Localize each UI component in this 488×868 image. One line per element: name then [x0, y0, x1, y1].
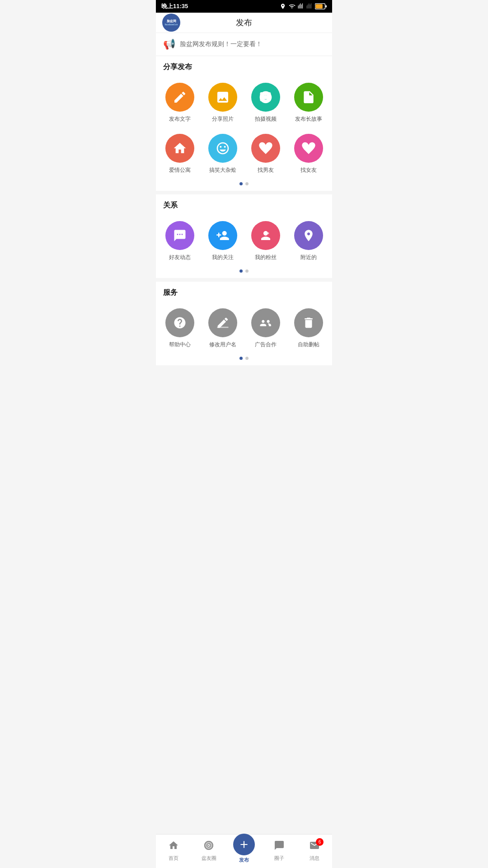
- app-logo[interactable]: 脸盆网 facebowl.cn: [162, 14, 180, 32]
- item-post-story[interactable]: 发布长故事: [288, 79, 328, 127]
- item-help[interactable]: 帮助中心: [160, 305, 200, 353]
- battery-icon: [315, 3, 327, 9]
- announcement-bar[interactable]: 📢 脸盆网发布规则！一定要看！: [156, 33, 332, 56]
- item-share-photo[interactable]: 分享照片: [202, 79, 243, 127]
- svc-dot-2: [245, 357, 249, 360]
- item-post-text[interactable]: 发布文字: [160, 79, 200, 127]
- nav-bar: 脸盆网 facebowl.cn 发布: [156, 13, 332, 33]
- relation-grid: 好友动态 我的关注 我的粉丝 附近的: [156, 214, 332, 268]
- find-gf-icon-circle: [294, 134, 323, 163]
- svc-dot-1: [239, 357, 243, 360]
- nearby-label: 附近的: [300, 254, 317, 261]
- item-funny[interactable]: 搞笑大杂烩: [202, 130, 243, 179]
- share-grid: 发布文字 分享照片 拍摄视频 发布长故事: [156, 75, 332, 180]
- delete-post-label: 自助删帖: [298, 341, 319, 349]
- item-my-follow[interactable]: 我的关注: [202, 217, 243, 266]
- service-dots: [156, 355, 332, 365]
- svg-point-4: [310, 144, 313, 147]
- relation-dots: [156, 268, 332, 278]
- nearby-icon-circle: [294, 221, 323, 250]
- love-apt-label: 爱情公寓: [169, 166, 191, 174]
- section-relation: 关系 好友动态 我的关注 我的粉丝: [156, 194, 332, 278]
- service-grid: 帮助中心 修改用户名 广告合作 自助删帖: [156, 301, 332, 355]
- shoot-video-icon-circle: [251, 83, 280, 112]
- section-relation-title: 关系: [156, 194, 332, 214]
- status-bar: 晚上11:35: [156, 0, 332, 13]
- megaphone-icon: 📢: [163, 38, 175, 50]
- share-photo-label: 分享照片: [212, 115, 234, 123]
- item-friend-feed[interactable]: 好友动态: [160, 217, 200, 266]
- item-delete-post[interactable]: 自助删帖: [288, 305, 328, 353]
- my-follow-icon-circle: [208, 221, 237, 250]
- help-icon-circle: [165, 308, 194, 337]
- status-icons: [280, 3, 327, 9]
- wifi-icon: [288, 3, 296, 9]
- dot-1: [239, 182, 243, 185]
- section-service: 服务 帮助中心 修改用户名 广告合作: [156, 282, 332, 365]
- share-photo-icon-circle: [208, 83, 237, 112]
- svg-rect-2: [325, 5, 327, 7]
- item-change-username[interactable]: 修改用户名: [202, 305, 243, 353]
- find-bf-icon-circle: [251, 134, 280, 163]
- funny-label: 搞笑大杂烩: [209, 166, 236, 174]
- post-story-label: 发布长故事: [295, 115, 322, 123]
- alarm-icon: [280, 3, 286, 9]
- delete-post-icon-circle: [294, 308, 323, 337]
- item-love-apt[interactable]: 爱情公寓: [160, 130, 200, 179]
- change-username-label: 修改用户名: [209, 341, 236, 349]
- item-shoot-video[interactable]: 拍摄视频: [245, 79, 286, 127]
- my-fans-label: 我的粉丝: [255, 254, 277, 261]
- find-bf-label: 找男友: [258, 166, 274, 174]
- section-share: 分享发布 发布文字 分享照片 拍摄视频: [156, 56, 332, 191]
- change-username-icon-circle: [208, 308, 237, 337]
- friend-feed-label: 好友动态: [169, 254, 191, 261]
- section-service-title: 服务: [156, 282, 332, 301]
- my-follow-label: 我的关注: [212, 254, 234, 261]
- main-content: 分享发布 发布文字 分享照片 拍摄视频: [156, 56, 332, 401]
- my-fans-icon-circle: [251, 221, 280, 250]
- page-title: 发布: [236, 17, 252, 28]
- share-dots: [156, 180, 332, 191]
- item-find-bf[interactable]: 找男友: [245, 130, 286, 179]
- svg-rect-1: [315, 4, 323, 9]
- post-text-icon-circle: [165, 83, 194, 112]
- friend-feed-icon-circle: [165, 221, 194, 250]
- find-gf-label: 找女友: [300, 166, 317, 174]
- rel-dot-1: [239, 269, 243, 273]
- ad-coop-icon-circle: [251, 308, 280, 337]
- funny-icon-circle: [208, 134, 237, 163]
- status-time: 晚上11:35: [161, 2, 188, 10]
- section-share-title: 分享发布: [156, 56, 332, 75]
- help-label: 帮助中心: [169, 341, 191, 349]
- item-find-gf[interactable]: 找女友: [288, 130, 328, 179]
- post-story-icon-circle: [294, 83, 323, 112]
- post-text-label: 发布文字: [169, 115, 191, 123]
- love-apt-icon-circle: [165, 134, 194, 163]
- item-nearby[interactable]: 附近的: [288, 217, 328, 266]
- signal-icon: [298, 3, 304, 9]
- item-my-fans[interactable]: 我的粉丝: [245, 217, 286, 266]
- announcement-text: 脸盆网发布规则！一定要看！: [180, 40, 262, 48]
- rel-dot-2: [245, 269, 249, 273]
- dot-2: [245, 182, 249, 185]
- item-ad-coop[interactable]: 广告合作: [245, 305, 286, 353]
- signal2-icon: [306, 3, 313, 9]
- shoot-video-label: 拍摄视频: [255, 115, 277, 123]
- ad-coop-label: 广告合作: [255, 341, 277, 349]
